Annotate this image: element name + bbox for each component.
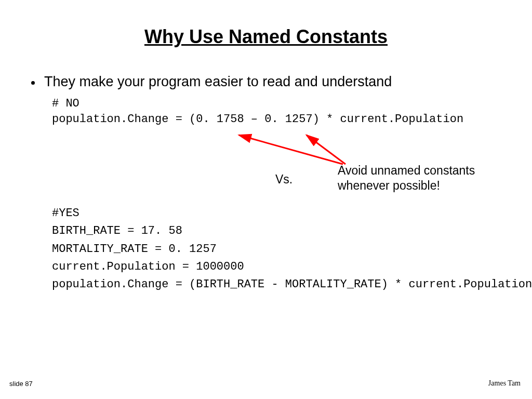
svg-line-0	[239, 135, 343, 164]
no-line-1: # NO	[52, 97, 79, 110]
bullet-text: They make your program easier to read an…	[44, 74, 392, 90]
callout-text: Avoid unnamed constants whenever possibl…	[338, 163, 475, 193]
bullet-item: They make your program easier to read an…	[31, 74, 511, 90]
svg-line-1	[307, 135, 345, 164]
callout-line-1: Avoid unnamed constants	[338, 163, 475, 178]
arrows-svg	[21, 132, 384, 194]
yes-code-block: #YES BIRTH_RATE = 17. 58 MORTALITY_RATE …	[52, 205, 511, 293]
slide: Why Use Named Constants They make your p…	[0, 0, 532, 399]
vs-label: Vs.	[275, 172, 292, 187]
no-code-block: # NO population.Change = (0. 1758 – 0. 1…	[52, 96, 511, 127]
yes-line-1: #YES	[52, 207, 79, 220]
no-line-2: population.Change = (0. 1758 – 0. 1257) …	[52, 113, 463, 126]
bullet-icon	[31, 81, 35, 85]
yes-line-2: BIRTH_RATE = 17. 58	[52, 224, 182, 237]
yes-line-3: MORTALITY_RATE = 0. 1257	[52, 243, 217, 256]
slide-number: slide 87	[9, 380, 33, 388]
slide-title: Why Use Named Constants	[21, 26, 511, 48]
vs-row: Vs. Avoid unnamed constants whenever pos…	[21, 132, 511, 189]
yes-line-4: current.Population = 1000000	[52, 260, 244, 273]
yes-line-5: population.Change = (BIRTH_RATE - MORTAL…	[52, 278, 532, 291]
author-name: James Tam	[488, 379, 521, 388]
callout-line-2: whenever possible!	[338, 178, 475, 193]
